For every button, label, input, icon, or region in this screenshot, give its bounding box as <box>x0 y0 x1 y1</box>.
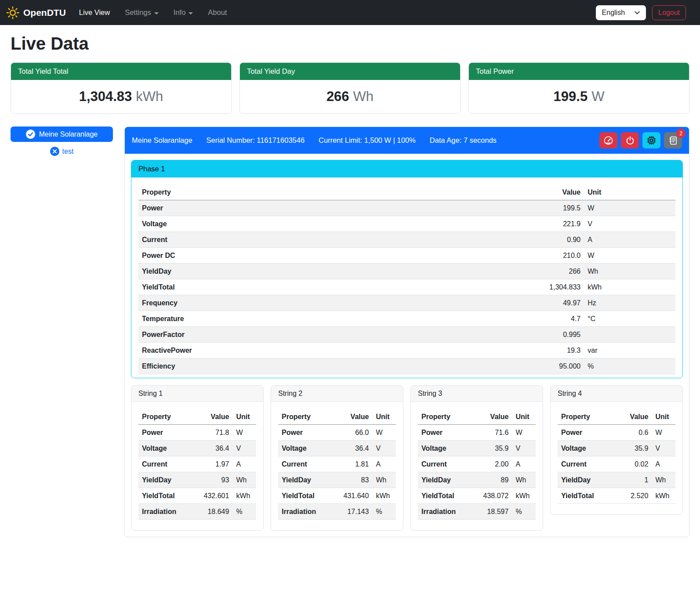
value-cell: 1.97 <box>196 456 232 472</box>
column-property: Property <box>558 409 615 425</box>
value-cell: 1.81 <box>336 456 372 472</box>
value-cell: 71.6 <box>475 425 512 441</box>
card-total-power: Total Power 199.5 W <box>468 62 689 114</box>
power-button[interactable] <box>621 132 639 148</box>
unit-cell: kWh <box>652 488 675 504</box>
column-unit: Unit <box>512 409 536 425</box>
unit-cell: V <box>512 441 536 456</box>
page-title: Live Data <box>11 34 689 54</box>
string-2-card: String 2 Property Value Unit <box>271 385 403 531</box>
inverter-test-label: test <box>62 148 74 156</box>
navbar: OpenDTU Live View Settings Info About En… <box>0 0 700 25</box>
journal-icon <box>668 136 678 145</box>
property-cell: Power <box>418 425 475 441</box>
property-cell: Efficiency <box>138 358 514 374</box>
property-cell: Current <box>138 456 196 472</box>
value-cell: 17.143 <box>336 504 372 520</box>
string-2-table: Property Value Unit Power66.0WVoltage36.… <box>278 409 396 520</box>
event-log-button[interactable]: 2 <box>664 132 682 148</box>
chevron-down-icon <box>189 12 193 14</box>
inverter-data-age: Data Age: 7 seconds <box>430 136 497 145</box>
column-unit: Unit <box>652 409 675 425</box>
inverter-limit: Current Limit: 1,500 W | 100% <box>319 136 416 145</box>
string-title: String 3 <box>411 386 543 402</box>
value-cell: 431.640 <box>336 488 372 504</box>
card-value: 266 <box>326 89 349 105</box>
property-cell: YieldTotal <box>278 488 336 504</box>
table-row: YieldTotal1,304.833kWh <box>138 279 675 295</box>
logout-button[interactable]: Logout <box>652 5 686 20</box>
unit-cell: A <box>652 456 675 472</box>
property-cell: Power <box>278 425 336 441</box>
column-value: Value <box>196 409 232 425</box>
table-row: Temperature4.7°C <box>138 311 675 327</box>
inverter-button-selected[interactable]: Meine Solaranlage <box>11 127 113 142</box>
value-cell: 36.4 <box>196 441 232 456</box>
column-value: Value <box>615 409 652 425</box>
limit-settings-button[interactable] <box>599 132 617 148</box>
phase-title: Phase 1 <box>131 160 682 177</box>
value-cell: 66.0 <box>336 425 372 441</box>
unit-cell: W <box>232 425 256 441</box>
phase-panel: Phase 1 Property Value Unit Power199.5WV… <box>131 160 683 378</box>
table-row: PowerFactor0.995 <box>138 327 675 343</box>
card-value: 1,304.83 <box>79 89 132 105</box>
x-circle-icon <box>50 147 59 156</box>
value-cell: 199.5 <box>514 200 584 216</box>
property-cell: YieldTotal <box>418 488 475 504</box>
property-cell: Voltage <box>418 441 475 456</box>
column-unit: Unit <box>232 409 256 425</box>
value-cell: 1,304.833 <box>514 279 584 295</box>
column-value: Value <box>336 409 372 425</box>
inverter-card: Meine Solaranlage Serial Number: 1161716… <box>124 127 689 537</box>
card-unit: W <box>591 89 604 105</box>
value-cell: 0.02 <box>615 456 652 472</box>
property-cell: Power <box>138 425 196 441</box>
value-cell: 1 <box>615 472 652 488</box>
nav-item-settings[interactable]: Settings <box>125 8 159 17</box>
value-cell: 432.601 <box>196 488 232 504</box>
nav-item-about[interactable]: About <box>208 8 227 17</box>
table-row: Current1.97A <box>138 456 256 472</box>
phase-table: Property Value Unit Power199.5WVoltage22… <box>138 185 675 374</box>
device-info-button[interactable] <box>642 132 660 148</box>
table-row: Voltage36.4V <box>278 441 396 456</box>
property-cell: Irradiation <box>138 504 196 520</box>
inverter-button-test[interactable]: test <box>11 147 113 156</box>
language-select[interactable]: English <box>596 5 646 20</box>
card-header: Total Power <box>469 63 689 80</box>
unit-cell: Wh <box>652 472 675 488</box>
unit-cell: kWh <box>512 488 536 504</box>
table-row: YieldDay89Wh <box>418 472 536 488</box>
value-cell: 36.4 <box>336 441 372 456</box>
string-title: String 2 <box>271 386 403 402</box>
card-value: 199.5 <box>554 89 588 105</box>
table-row: Power DC210.0W <box>138 248 675 264</box>
table-row: Power71.6W <box>418 425 536 441</box>
table-row: ReactivePower19.3var <box>138 343 675 358</box>
nav-links: Live View Settings Info About <box>79 8 227 17</box>
property-cell: Voltage <box>138 441 196 456</box>
table-row: Power199.5W <box>138 200 675 216</box>
brand-label: OpenDTU <box>23 7 66 18</box>
column-property: Property <box>418 409 475 425</box>
table-row: Efficiency95.000% <box>138 358 675 374</box>
speedometer-icon <box>603 135 613 145</box>
inverter-name: Meine Solaranlage <box>132 136 192 145</box>
table-header-row: Property Value Unit <box>278 409 396 425</box>
table-row: YieldDay93Wh <box>138 472 256 488</box>
brand[interactable]: OpenDTU <box>6 6 66 19</box>
property-cell: YieldDay <box>558 472 615 488</box>
nav-item-live-view[interactable]: Live View <box>79 8 110 17</box>
property-cell: YieldDay <box>138 264 514 279</box>
property-cell: PowerFactor <box>138 327 514 343</box>
nav-item-info[interactable]: Info <box>174 8 193 17</box>
value-cell: 210.0 <box>514 248 584 264</box>
unit-cell: kWh <box>584 279 675 295</box>
property-cell: YieldTotal <box>558 488 615 504</box>
table-row: Voltage35.9V <box>558 441 675 456</box>
value-cell: 0.995 <box>514 327 584 343</box>
unit-cell: kWh <box>372 488 396 504</box>
value-cell: 18.597 <box>475 504 512 520</box>
table-header-row: Property Value Unit <box>138 185 675 200</box>
